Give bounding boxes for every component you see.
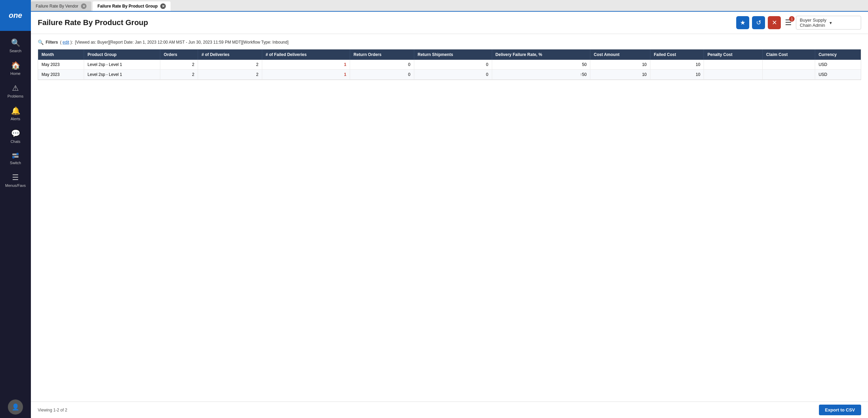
user-avatar[interactable]: 👤 <box>8 399 23 415</box>
col-return-orders: Return Orders <box>350 49 414 60</box>
cell-month: May 2023 <box>38 70 84 80</box>
col-product-group: Product Group <box>84 49 160 60</box>
cell-return-shipments: 0 <box>414 60 492 70</box>
col-deliveries: # of Deliveries <box>198 49 262 60</box>
cell-return-shipments: 0 <box>414 70 492 80</box>
tab-product-group[interactable]: Failure Rate By Product Group ✕ <box>93 1 171 11</box>
col-month: Month <box>38 49 84 60</box>
cell-failed-cost: 10 <box>650 60 704 70</box>
failed-delivery-value: 1 <box>344 62 346 67</box>
sidebar-label-alerts: Alerts <box>11 117 20 121</box>
sidebar-label-search: Search <box>10 49 22 53</box>
role-dropdown-icon: ▾ <box>830 20 857 25</box>
sidebar-label-switch: Switch <box>10 161 21 165</box>
table-wrapper: Month Product Group Orders # of Deliveri… <box>38 49 861 80</box>
filters-text: [Viewed as: Buyer][Report Date: Jan 1, 2… <box>75 40 288 45</box>
cell-currency: USD <box>815 60 861 70</box>
warning-icon: ⚠ <box>12 84 19 93</box>
refresh-button[interactable]: ↺ <box>752 16 765 29</box>
table-body: May 2023 Level 2sp - Level 1 2 2 1 0 0 5… <box>38 60 861 80</box>
tab-vendor-close[interactable]: ✕ <box>81 3 86 9</box>
failure-rate-value: 50 <box>582 72 587 77</box>
sidebar-item-problems[interactable]: ⚠ Problems <box>0 80 31 102</box>
tab-vendor[interactable]: Failure Rate By Vendor ✕ <box>31 1 91 11</box>
search-icon: 🔍 <box>11 38 20 47</box>
svg-rect-2 <box>16 153 19 155</box>
sidebar-item-alerts[interactable]: 🔔 Alerts <box>0 102 31 125</box>
cell-penalty-cost <box>704 70 763 80</box>
sidebar-item-switch[interactable]: Switch <box>0 148 31 169</box>
table-row: May 2023 Level 2sp - Level 1 2 2 1 0 0 ↑… <box>38 70 861 80</box>
logo-text: one <box>9 11 22 20</box>
table-row: May 2023 Level 2sp - Level 1 2 2 1 0 0 5… <box>38 60 861 70</box>
cell-deliveries: 2 <box>198 60 262 70</box>
cell-month: May 2023 <box>38 60 84 70</box>
switch-icon <box>12 152 19 159</box>
col-failed-deliveries: # of Failed Deliveries <box>262 49 350 60</box>
col-cost-amount: Cost Amount <box>590 49 650 60</box>
col-failed-cost: Failed Cost <box>650 49 704 60</box>
col-return-shipments: Return Shipments <box>414 49 492 60</box>
menu-button[interactable]: ☰ 1 <box>784 17 793 29</box>
cell-penalty-cost <box>704 60 763 70</box>
col-currency: Currency <box>815 49 861 60</box>
cell-failed-cost: 10 <box>650 70 704 80</box>
close-button[interactable]: ✕ <box>768 16 781 29</box>
cell-product-group: Level 2sp - Level 1 <box>84 70 160 80</box>
home-icon: 🏠 <box>11 61 20 70</box>
svg-rect-3 <box>12 156 14 158</box>
sidebar-label-home: Home <box>10 71 20 76</box>
cell-orders: 2 <box>160 70 198 80</box>
cell-cost-amount: 10 <box>590 60 650 70</box>
filter-icon: 🔍 <box>38 39 44 45</box>
chat-icon: 💬 <box>11 129 20 138</box>
cell-currency: USD <box>815 70 861 80</box>
export-csv-button[interactable]: Export to CSV <box>819 405 861 415</box>
cell-cost-amount: 10 <box>590 70 650 80</box>
cell-return-orders: 0 <box>350 60 414 70</box>
filters-edit[interactable]: ( edit ): <box>60 40 73 45</box>
app-logo[interactable]: one <box>0 0 31 31</box>
role-selector[interactable]: Buyer Supply Chain Admin ▾ <box>796 16 861 30</box>
bottom-bar: Viewing 1-2 of 2 Export to CSV <box>31 402 868 418</box>
col-penalty-cost: Penalty Cost <box>704 49 763 60</box>
header-actions: ★ ↺ ✕ ☰ 1 Buyer Supply Chain Admin ▾ <box>736 16 861 30</box>
sidebar-item-search[interactable]: 🔍 Search <box>0 34 31 57</box>
cell-return-orders: 0 <box>350 70 414 80</box>
cell-failed-deliveries: 1 <box>262 60 350 70</box>
tab-product-close[interactable]: ✕ <box>160 3 166 9</box>
menu-badge: 1 <box>789 16 795 22</box>
favorite-button[interactable]: ★ <box>736 16 749 29</box>
cell-product-group: Level 2sp - Level 1 <box>84 60 160 70</box>
cell-claim-cost <box>763 60 815 70</box>
viewing-count: Viewing 1-2 of 2 <box>38 408 67 413</box>
tab-bar: Failure Rate By Vendor ✕ Failure Rate By… <box>31 0 868 12</box>
tab-vendor-label: Failure Rate By Vendor <box>36 4 78 9</box>
data-table: Month Product Group Orders # of Deliveri… <box>38 49 861 80</box>
content-body: 🔍 Filters ( edit ): [Viewed as: Buyer][R… <box>31 34 868 402</box>
tab-product-label: Failure Rate By Product Group <box>97 4 158 9</box>
col-claim-cost: Claim Cost <box>763 49 815 60</box>
sidebar: one 🔍 Search 🏠 Home ⚠ Problems 🔔 Alerts … <box>0 0 31 418</box>
filters-label: Filters <box>46 40 58 45</box>
cell-claim-cost <box>763 70 815 80</box>
sidebar-label-menus: Menus/Favs <box>5 183 26 188</box>
failure-rate-value: 50 <box>582 62 587 67</box>
cell-orders: 2 <box>160 60 198 70</box>
content-header: Failure Rate By Product Group ★ ↺ ✕ ☰ 1 … <box>31 12 868 34</box>
cell-failure-rate: 50 <box>492 60 590 70</box>
sidebar-label-problems: Problems <box>8 94 23 98</box>
sidebar-item-menus[interactable]: ☰ Menus/Favs <box>0 169 31 192</box>
cell-deliveries: 2 <box>198 70 262 80</box>
sidebar-item-chats[interactable]: 💬 Chats <box>0 125 31 148</box>
page-title: Failure Rate By Product Group <box>38 18 736 27</box>
table-header-row: Month Product Group Orders # of Deliveri… <box>38 49 861 60</box>
cell-failure-rate: ↑50 <box>492 70 590 80</box>
failed-delivery-value: 1 <box>344 72 346 77</box>
col-failure-rate: Delivery Failure Rate, % <box>492 49 590 60</box>
main-content: Failure Rate By Vendor ✕ Failure Rate By… <box>31 0 868 418</box>
role-label: Buyer Supply Chain Admin <box>800 18 828 28</box>
filters-bar: 🔍 Filters ( edit ): [Viewed as: Buyer][R… <box>38 39 861 45</box>
sidebar-item-home[interactable]: 🏠 Home <box>0 57 31 80</box>
bell-icon: 🔔 <box>11 106 20 115</box>
